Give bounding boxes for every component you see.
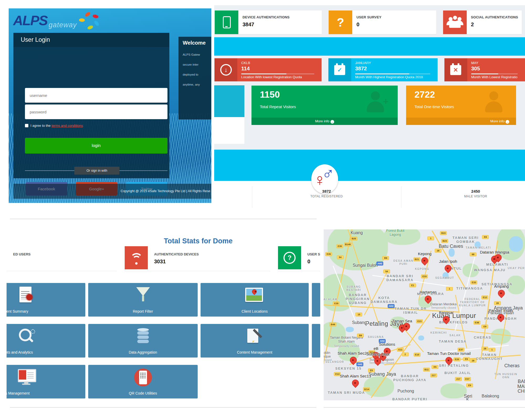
metric-tile-title: JANUARY <box>355 61 371 65</box>
users-icon <box>443 10 467 34</box>
map-label: MELAWATI <box>477 262 517 266</box>
welcome-text-line: anytime, any <box>183 83 200 86</box>
map-label: Batu Caves <box>439 243 463 249</box>
metric-tile: ✓JANUARY3872Month With Highest Registrat… <box>328 58 438 81</box>
map-pin-label: Pandan Indah <box>489 308 513 313</box>
alps-logo: ALPS <box>13 13 48 28</box>
map-label: TAMAN SRI MUDA <box>327 391 366 395</box>
road-badge: E9 <box>481 324 488 328</box>
calendar-x-icon: ✕ <box>444 58 467 81</box>
gender-stat-value: 2450 <box>439 189 512 193</box>
calendar-check-icon: ✓ <box>328 58 351 81</box>
login-form-panel: User Login I agree to the terms and cond… <box>13 33 169 178</box>
tile-ads-management[interactable]: Ads Management <box>7 365 85 398</box>
road-badge: B23 <box>441 239 448 243</box>
stat-card-label: DEVICE AUTHENTICATIONS <box>243 15 290 19</box>
park-area <box>440 383 467 399</box>
tile-data-aggregation[interactable]: Data Aggregation <box>88 324 198 358</box>
visitor-tile: 1150Total Repeat Visitors+More info→ <box>251 86 398 125</box>
map-label: WANGSA MAJU <box>470 268 510 272</box>
panel-stat-card: ED USERS <box>7 245 117 271</box>
map-label: TAMAN DESA <box>433 339 472 343</box>
map-label: CHERAS <box>463 335 502 339</box>
dashboard-screenshot: DEVICE AUTHENTICATIONS3847?USER SURVEY0S… <box>214 5 525 213</box>
map-label: BANDAR PINGGIRAN SUBANG <box>338 293 377 305</box>
map-label: KEPONG <box>408 267 437 270</box>
road-badge: E1 <box>409 283 416 287</box>
tile-content-management[interactable]: Content Management <box>201 324 309 358</box>
more-info-link[interactable]: More info→ <box>490 119 509 123</box>
metric-tile-subtitle: Month With Highest Registration Quota 20… <box>355 75 423 79</box>
metric-tile-progress <box>471 74 518 74</box>
map-pin-label: Subang Jaya <box>366 352 390 356</box>
map-label: TAMAN TUN DR ISMAIL <box>391 307 430 314</box>
map-label: TITIWANGSA <box>450 286 489 290</box>
map-label: SRI PETALING <box>434 363 474 367</box>
road-badge: B149 <box>344 243 351 246</box>
road-badge: 28 <box>481 346 488 350</box>
map-pin-label: Dataran Wangsa <box>480 250 509 254</box>
database-icon <box>133 328 154 346</box>
tile-client-locations[interactable]: Client Locations <box>201 283 309 317</box>
road-badge: 217 <box>455 377 462 381</box>
stats-panel: Total Stats for Dome ED USERSAUTHENTICAT… <box>7 214 320 410</box>
road-badge: AH2 <box>376 262 383 266</box>
map-pin-icon[interactable] <box>497 288 506 298</box>
map-panel[interactable]: Kuala LumpurPetaling JayaKuangBatu Caves… <box>324 229 525 400</box>
road-badge: B49 <box>329 322 336 326</box>
road-badge: E35 <box>325 252 332 256</box>
logo-petal <box>79 18 85 22</box>
map-label: Dataran Merdeka <box>425 302 462 306</box>
logo-petal <box>92 14 99 19</box>
more-info-text: More info <box>490 119 505 123</box>
road-badge: 68 <box>470 253 476 256</box>
map-pin-icon[interactable] <box>351 378 360 388</box>
stat-card-value: 2 <box>471 22 474 28</box>
progress-fill <box>241 74 286 74</box>
stats-panel-title: Total Stats for Dome <box>7 237 320 245</box>
stat-card: DEVICE AUTHENTICATIONS3847 <box>215 10 322 34</box>
map-label: TAMAN MELATI <box>464 246 493 249</box>
road-badge: 15 <box>355 313 362 317</box>
more-info-link[interactable]: More info→ <box>315 119 334 123</box>
cut-tile-fragment <box>312 324 320 358</box>
road-badge: 28 <box>494 301 501 305</box>
road-badge: B9 <box>382 256 389 260</box>
panel-stat-card-label: AUTHENTICATED DEVICES <box>154 252 199 256</box>
cut-tile-fragment <box>214 85 244 117</box>
stat-card-value: 3847 <box>243 22 254 28</box>
tile-qr-code-utilities[interactable]: QR Code Utilities <box>88 365 198 398</box>
welcome-text-line: secure inter <box>183 63 198 66</box>
road-badge: E38 <box>474 321 480 324</box>
logo-petal <box>94 20 99 27</box>
map-label: Temporarily closed <box>425 306 462 309</box>
panel-stat-card-label: ED USERS <box>13 252 30 256</box>
progress-fill <box>471 74 498 74</box>
cut-tile-fragment <box>312 283 320 317</box>
tile-label: Content Management <box>201 350 309 354</box>
road-badge: E5 <box>368 369 375 372</box>
tile-client-summary[interactable]: Client Summary <box>7 283 85 317</box>
map-label: BANDAR SRI DAMANSARA <box>380 274 420 282</box>
map-photo-icon <box>244 287 265 305</box>
metric-tile-value: 114 <box>241 66 250 72</box>
tile-report-filter[interactable]: Report Filter <box>88 283 198 317</box>
metric-tile-subtitle: Location With lowest Registration Quota <box>241 75 302 79</box>
water-area <box>509 236 523 252</box>
road-badge: 54 <box>337 255 344 259</box>
tile-label: Data Aggregation <box>88 350 198 354</box>
road-badge: E35 <box>336 244 343 248</box>
stat-card-label: SOCIAL AUTHENTICATIONS <box>471 15 518 19</box>
tile-label: Client Locations <box>201 309 309 313</box>
metric-tile-subtitle: Month With Lowest Registratio <box>471 75 517 79</box>
map-label: SEKSYEN 15 <box>329 366 368 370</box>
map-pin-label: eB <box>374 346 378 351</box>
cyan-band-top <box>214 37 525 56</box>
map-pin-label: Ampang <box>494 284 509 288</box>
map-pin-label: Hartamas <box>420 290 437 294</box>
arrow-circle-icon: → <box>506 120 509 124</box>
road-badge: E12 <box>481 296 488 300</box>
tile-insights-and-analytics[interactable]: Insights and Analytics <box>7 324 85 358</box>
road-badge: 217 <box>430 373 437 377</box>
map-label: Subang <box>352 320 366 325</box>
